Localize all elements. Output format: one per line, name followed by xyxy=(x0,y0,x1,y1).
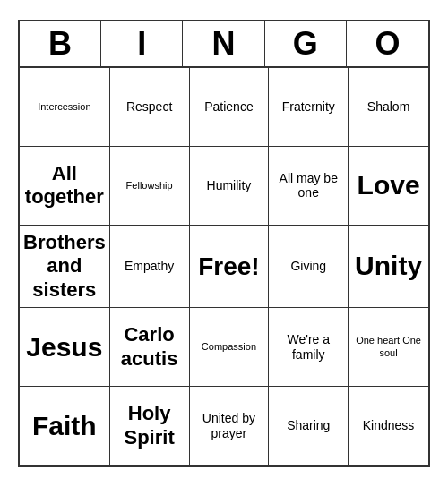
cell-text: Kindness xyxy=(363,418,415,433)
cell-text: Sharing xyxy=(287,418,330,433)
bingo-cell[interactable]: Giving xyxy=(269,226,349,308)
bingo-cell[interactable]: Sharing xyxy=(269,387,349,466)
header-letter: N xyxy=(183,21,264,66)
bingo-cell[interactable]: We're a family xyxy=(269,308,349,387)
cell-text: United by prayer xyxy=(194,411,265,441)
bingo-header: BINGO xyxy=(20,21,428,68)
bingo-cell[interactable]: Kindness xyxy=(349,387,428,466)
bingo-cell[interactable]: Fraternity xyxy=(269,68,349,147)
bingo-cell[interactable]: Carlo acutis xyxy=(110,308,190,387)
bingo-cell[interactable]: Unity xyxy=(349,226,428,308)
cell-text: Giving xyxy=(290,259,326,274)
bingo-cell[interactable]: Patience xyxy=(190,68,270,147)
bingo-cell[interactable]: All together xyxy=(20,147,110,226)
cell-text: One heart One soul xyxy=(352,335,425,358)
cell-text: Respect xyxy=(126,99,172,115)
bingo-cell[interactable]: Free! xyxy=(190,226,270,308)
bingo-cell[interactable]: Humility xyxy=(190,147,270,226)
bingo-cell[interactable]: Empathy xyxy=(110,226,190,308)
cell-text: Jesus xyxy=(26,331,102,363)
cell-text: Free! xyxy=(198,252,259,282)
cell-text: Intercession xyxy=(38,101,90,113)
bingo-cell[interactable]: Faith xyxy=(20,387,110,466)
header-letter: G xyxy=(265,21,347,66)
bingo-cell[interactable]: Holy Spirit xyxy=(110,387,190,466)
cell-text: Love xyxy=(358,169,420,201)
bingo-cell[interactable]: One heart One soul xyxy=(349,308,428,387)
header-letter: B xyxy=(20,21,101,66)
cell-text: Fraternity xyxy=(282,99,335,115)
cell-text: Fellowship xyxy=(126,180,173,192)
cell-text: Brothers and sisters xyxy=(23,231,106,302)
cell-text: Patience xyxy=(204,99,253,115)
cell-text: Shalom xyxy=(367,99,409,115)
bingo-cell[interactable]: Shalom xyxy=(349,68,428,147)
bingo-cell[interactable]: All may be one xyxy=(269,147,349,226)
bingo-cell[interactable]: Fellowship xyxy=(110,147,190,226)
cell-text: Holy Spirit xyxy=(114,402,185,449)
cell-text: Faith xyxy=(32,410,97,442)
bingo-card: BINGO IntercessionRespectPatienceFratern… xyxy=(18,20,430,467)
cell-text: Unity xyxy=(355,250,422,282)
bingo-cell[interactable]: Brothers and sisters xyxy=(20,226,110,308)
cell-text: All together xyxy=(23,162,106,209)
cell-text: Humility xyxy=(207,178,252,193)
bingo-cell[interactable]: Jesus xyxy=(20,308,110,387)
cell-text: We're a family xyxy=(272,332,344,363)
bingo-cell[interactable]: Compassion xyxy=(190,308,270,387)
bingo-grid: IntercessionRespectPatienceFraternitySha… xyxy=(20,68,428,466)
bingo-cell[interactable]: Intercession xyxy=(20,68,110,147)
bingo-cell[interactable]: Respect xyxy=(110,68,190,147)
header-letter: O xyxy=(347,21,428,66)
header-letter: I xyxy=(101,21,183,66)
cell-text: All may be one xyxy=(272,171,344,201)
cell-text: Carlo acutis xyxy=(114,323,185,371)
cell-text: Empathy xyxy=(125,259,174,274)
bingo-cell[interactable]: Love xyxy=(349,147,428,226)
bingo-cell[interactable]: United by prayer xyxy=(190,387,270,466)
cell-text: Compassion xyxy=(202,341,256,353)
